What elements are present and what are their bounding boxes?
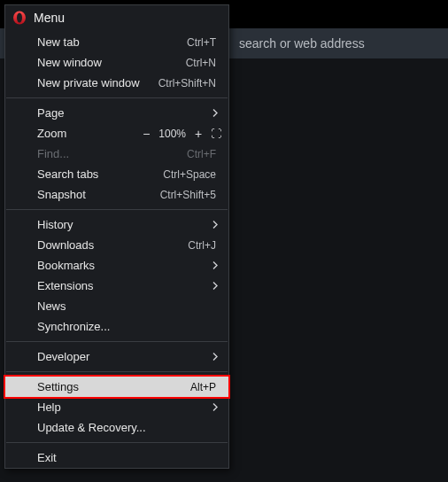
menu-separator xyxy=(6,209,228,210)
menu-item-new-tab[interactable]: New tab Ctrl+T xyxy=(5,32,228,52)
menu-header: Menu xyxy=(5,5,228,32)
opera-logo-icon xyxy=(12,11,27,25)
chevron-right-icon xyxy=(212,279,218,292)
menu-item-label: History xyxy=(37,218,216,231)
menu-item-developer[interactable]: Developer xyxy=(5,346,228,367)
menu-item-label: Settings xyxy=(37,380,190,393)
menu-item-extensions[interactable]: Extensions xyxy=(5,276,228,296)
menu-item-shortcut: Ctrl+Shift+5 xyxy=(160,189,216,201)
menu-item-shortcut: Alt+P xyxy=(190,381,216,393)
menu-title-label: Menu xyxy=(34,11,65,25)
menu-item-label: Page xyxy=(37,106,216,120)
chevron-right-icon xyxy=(212,350,218,363)
menu-item-exit[interactable]: Exit xyxy=(5,447,228,468)
menu-item-label: Find... xyxy=(37,147,187,160)
menu-item-label: Bookmarks xyxy=(37,259,216,272)
menu-item-page[interactable]: Page xyxy=(5,103,228,123)
menu-item-bookmarks[interactable]: Bookmarks xyxy=(5,255,228,276)
menu-item-news[interactable]: News xyxy=(5,296,228,316)
menu-item-shortcut: Ctrl+Shift+N xyxy=(158,77,216,89)
menu-item-label: Help xyxy=(37,400,216,414)
menu-item-shortcut: Ctrl+Space xyxy=(163,168,216,181)
menu-item-label: Synchronize... xyxy=(37,320,216,333)
menu-item-update-recovery[interactable]: Update & Recovery... xyxy=(5,417,228,438)
menu-item-new-window[interactable]: New window Ctrl+N xyxy=(5,52,228,73)
chevron-right-icon xyxy=(212,259,218,272)
menu-separator xyxy=(6,442,228,443)
menu-item-shortcut: Ctrl+J xyxy=(188,239,216,252)
menu-item-find: Find... Ctrl+F xyxy=(5,144,228,164)
menu-item-label: Developer xyxy=(37,350,216,363)
svg-point-1 xyxy=(17,13,22,23)
menu-item-label: New private window xyxy=(37,76,158,89)
menu-item-label: Snapshot xyxy=(37,188,160,201)
main-menu: Menu New tab Ctrl+T New window Ctrl+N Ne… xyxy=(4,4,229,469)
menu-item-history[interactable]: History xyxy=(5,214,228,235)
menu-item-shortcut: Ctrl+F xyxy=(187,148,216,160)
menu-item-label: News xyxy=(37,299,216,313)
menu-item-snapshot[interactable]: Snapshot Ctrl+Shift+5 xyxy=(5,184,228,205)
menu-separator xyxy=(6,371,228,372)
menu-item-label: New tab xyxy=(37,35,187,49)
menu-item-search-tabs[interactable]: Search tabs Ctrl+Space xyxy=(5,164,228,184)
chevron-right-icon xyxy=(212,218,218,231)
zoom-in-button[interactable]: + xyxy=(191,128,205,140)
menu-separator xyxy=(6,341,228,342)
menu-item-label: Zoom xyxy=(37,127,139,140)
menu-item-zoom: Zoom − 100% + ⛶ xyxy=(5,123,228,144)
menu-item-label: Downloads xyxy=(37,238,188,252)
chevron-right-icon xyxy=(212,106,218,120)
menu-item-label: Search tabs xyxy=(37,167,163,181)
menu-item-help[interactable]: Help xyxy=(5,397,228,417)
menu-item-shortcut: Ctrl+N xyxy=(186,57,216,69)
zoom-out-button[interactable]: − xyxy=(139,128,153,140)
menu-item-downloads[interactable]: Downloads Ctrl+J xyxy=(5,235,228,255)
menu-item-shortcut: Ctrl+T xyxy=(187,36,216,49)
chevron-right-icon xyxy=(212,400,218,414)
menu-item-new-private-window[interactable]: New private window Ctrl+Shift+N xyxy=(5,73,228,93)
menu-item-label: Exit xyxy=(37,451,216,464)
menu-item-synchronize[interactable]: Synchronize... xyxy=(5,316,228,337)
menu-item-settings[interactable]: Settings Alt+P xyxy=(5,377,228,397)
fullscreen-icon[interactable]: ⛶ xyxy=(211,128,220,140)
address-bar-placeholder: search or web address xyxy=(239,36,365,51)
menu-separator xyxy=(6,97,228,98)
zoom-value: 100% xyxy=(158,128,186,140)
menu-item-label: Extensions xyxy=(37,279,216,292)
menu-item-label: New window xyxy=(37,56,186,69)
menu-item-label: Update & Recovery... xyxy=(37,421,216,434)
